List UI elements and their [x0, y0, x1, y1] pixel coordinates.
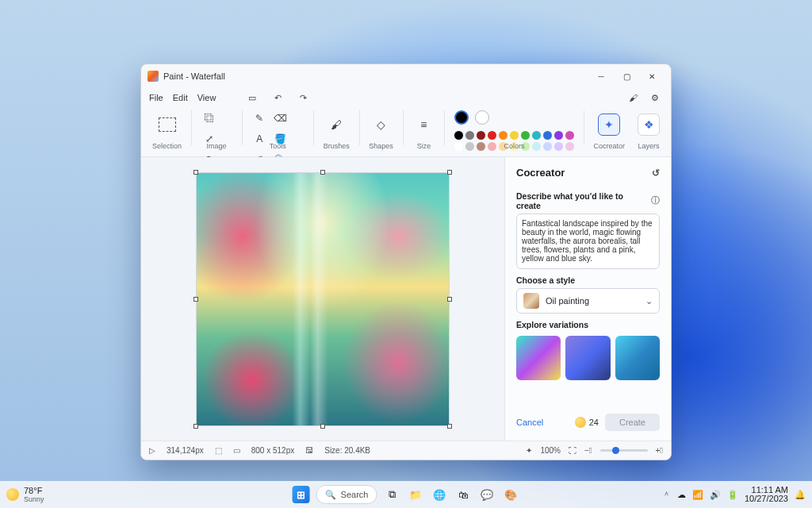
swatch[interactable]: [532, 142, 541, 151]
dimensions-icon: ▭: [233, 446, 240, 455]
resize-handle[interactable]: [447, 297, 452, 302]
brush-tool[interactable]: 🖌: [325, 114, 347, 136]
variation-1[interactable]: [516, 336, 561, 380]
battery-icon[interactable]: 🔋: [727, 490, 738, 500]
credits-icon: [575, 417, 586, 428]
swatch[interactable]: [454, 142, 463, 151]
swatch[interactable]: [454, 131, 463, 140]
shapes-tool[interactable]: ◇: [370, 114, 393, 136]
text-icon[interactable]: A: [251, 131, 267, 147]
teams-icon[interactable]: 💬: [478, 486, 496, 503]
crop-icon[interactable]: ⿻: [201, 110, 217, 126]
swatch[interactable]: [488, 131, 496, 140]
swatch[interactable]: [521, 131, 530, 140]
menu-edit[interactable]: Edit: [173, 93, 188, 102]
zoom-out-icon[interactable]: −⃝: [584, 446, 592, 455]
color-primary[interactable]: [454, 110, 469, 125]
info-icon[interactable]: ⓘ: [651, 195, 660, 206]
menu-view[interactable]: View: [197, 93, 216, 102]
canvas[interactable]: [196, 172, 450, 426]
swatch[interactable]: [543, 131, 552, 140]
save-icon[interactable]: ▭: [244, 90, 260, 106]
ribbon: Selection ⿻ ⤢ ⟳ Image ✎ ⌫ A 🪣 ✐ 🔍 Tools: [141, 107, 671, 157]
weather-widget[interactable]: 78°F Sunny: [0, 486, 44, 503]
minimize-button[interactable]: ─: [588, 64, 614, 88]
swatch[interactable]: [465, 131, 474, 140]
zoom-in-icon[interactable]: +⃝: [656, 446, 664, 455]
cancel-button[interactable]: Cancel: [516, 418, 543, 427]
notifications-icon[interactable]: 🔔: [795, 490, 806, 500]
group-tools: ✎ ⌫ A 🪣 ✐ 🔍 Tools: [247, 110, 308, 150]
swatch[interactable]: [477, 142, 485, 151]
divider: [191, 110, 192, 145]
cocreator-status-icon[interactable]: ✦: [526, 446, 532, 455]
edge-icon[interactable]: 🌐: [431, 486, 448, 503]
system-tray[interactable]: ＾ ☁ 📶 🔊 🔋 11:11 AM 10/27/2023 🔔: [662, 486, 812, 503]
pencil-icon[interactable]: ✎: [251, 110, 267, 126]
group-colors: Colors: [450, 110, 579, 150]
volume-icon[interactable]: 🔊: [710, 490, 721, 500]
clock[interactable]: 11:11 AM 10/27/2023: [745, 486, 788, 503]
zoom-slider[interactable]: [600, 449, 648, 452]
resize-handle[interactable]: [193, 170, 198, 175]
task-view-icon[interactable]: ⧉: [383, 486, 400, 503]
close-button[interactable]: ✕: [639, 64, 665, 88]
group-cocreator: ✦ Cocreator: [589, 110, 630, 150]
resize-handle[interactable]: [193, 424, 198, 429]
taskbar-search[interactable]: 🔍 Search: [316, 485, 377, 504]
cocreator-button[interactable]: ✦: [598, 114, 620, 136]
selection-icon: ⬚: [215, 446, 222, 455]
generated-image: [197, 173, 449, 425]
explorer-icon[interactable]: 📁: [407, 486, 424, 503]
onedrive-icon[interactable]: ☁: [677, 490, 686, 500]
color-secondary[interactable]: [475, 110, 489, 125]
swatch[interactable]: [488, 142, 496, 151]
style-select[interactable]: Oil painting ⌄: [516, 288, 660, 314]
swatch[interactable]: [554, 131, 563, 140]
fit-icon[interactable]: ⛶: [569, 446, 576, 455]
create-button[interactable]: Create: [605, 414, 660, 431]
undo-icon[interactable]: ↶: [270, 90, 285, 106]
menu-file[interactable]: File: [149, 93, 163, 102]
resize-handle[interactable]: [320, 424, 325, 429]
wifi-icon[interactable]: 📶: [692, 490, 703, 500]
size-tool[interactable]: ≡: [412, 114, 435, 136]
group-label-layers: Layers: [638, 142, 660, 150]
swatch[interactable]: [510, 131, 519, 140]
swatch[interactable]: [565, 131, 574, 140]
redo-icon[interactable]: ↷: [295, 90, 311, 106]
variations-label: Explore variations: [516, 320, 660, 329]
paint-taskbar-icon[interactable]: 🎨: [502, 486, 519, 503]
maximize-button[interactable]: ▢: [614, 64, 639, 88]
store-icon[interactable]: 🛍: [454, 486, 472, 503]
prompt-input[interactable]: [516, 214, 660, 269]
resize-handle[interactable]: [320, 170, 325, 175]
start-button[interactable]: ⊞: [293, 486, 310, 503]
swatch[interactable]: [477, 131, 485, 140]
resize-handle[interactable]: [193, 297, 198, 302]
swatch[interactable]: [554, 142, 563, 151]
history-icon[interactable]: ↺: [652, 167, 660, 179]
layers-button[interactable]: ❖: [638, 114, 660, 136]
group-label-size: Size: [417, 142, 431, 150]
swatch[interactable]: [543, 142, 552, 151]
settings-icon[interactable]: ⚙: [647, 90, 663, 106]
swatch[interactable]: [532, 131, 541, 140]
resize-handle[interactable]: [447, 424, 452, 429]
weather-cond: Sunny: [24, 495, 44, 503]
titlebar[interactable]: Paint - Waterfall ─ ▢ ✕: [141, 64, 671, 88]
eraser-icon[interactable]: ⌫: [272, 110, 288, 126]
tray-overflow-icon[interactable]: ＾: [662, 489, 671, 501]
variation-2[interactable]: [565, 336, 610, 380]
swatch[interactable]: [565, 142, 574, 151]
status-cursor: 314,124px: [167, 446, 204, 455]
describe-label: Describe what you'd like to create ⓘ: [516, 191, 660, 210]
swatch[interactable]: [465, 142, 474, 151]
canvas-area[interactable]: [141, 157, 504, 441]
brush-preview-icon[interactable]: 🖌: [625, 90, 641, 106]
swatch[interactable]: [499, 131, 508, 140]
variation-3[interactable]: [615, 336, 660, 380]
resize-handle[interactable]: [447, 170, 452, 175]
select-tool[interactable]: [156, 114, 178, 136]
filesize-icon: 🖫: [305, 446, 313, 455]
